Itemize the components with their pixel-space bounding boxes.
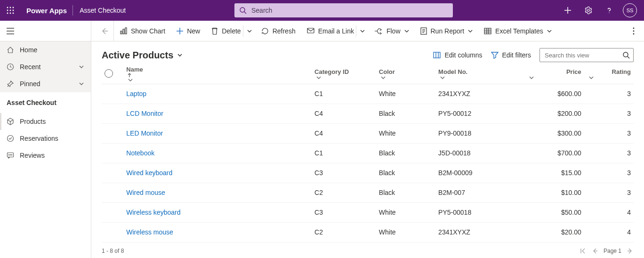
sidebar-item-home[interactable]: Home <box>0 41 91 58</box>
sidebar-item-recent[interactable]: Recent <box>0 58 91 75</box>
chart-icon <box>120 27 127 35</box>
record-link[interactable]: Laptop <box>126 90 146 97</box>
record-link[interactable]: Notebook <box>126 149 154 157</box>
col-header-category[interactable]: Category ID <box>312 65 376 84</box>
help-button[interactable] <box>600 0 619 21</box>
record-link[interactable]: Wired keyboard <box>126 169 172 177</box>
cmd-email-dropdown[interactable] <box>356 25 369 37</box>
table-row[interactable]: NotebookC1BlackJ5D-00018$700.003 <box>102 143 634 163</box>
row-select-cell[interactable] <box>102 104 123 123</box>
sidebar-item-products[interactable]: Products <box>0 113 91 130</box>
cell-model: PY5-00018 <box>435 202 524 222</box>
select-all-header[interactable] <box>102 65 123 84</box>
cmd-email-link[interactable]: Email a Link <box>301 21 356 41</box>
cell-price: $300.00 <box>524 123 584 143</box>
row-select-cell[interactable] <box>102 84 123 104</box>
svg-point-2 <box>13 7 14 8</box>
row-select-cell[interactable] <box>102 123 123 143</box>
cmd-excel-templates[interactable]: Excel Templates <box>478 21 557 41</box>
brand-label: Power Apps <box>21 7 72 15</box>
record-link[interactable]: Wired mouse <box>126 189 165 196</box>
cell-name: Notebook <box>123 143 312 163</box>
table-row[interactable]: Wired keyboardC3BlackB2M-00009$15.003 <box>102 163 634 183</box>
record-link[interactable]: Wireless mouse <box>126 228 173 236</box>
global-search-input[interactable] <box>250 6 448 15</box>
cmd-flow[interactable]: Flow <box>369 21 415 41</box>
cmd-delete[interactable]: Delete <box>206 21 242 41</box>
cell-model: 2341XYXZ <box>435 222 524 242</box>
cell-color: White <box>376 84 435 104</box>
row-select-cell[interactable] <box>102 202 123 222</box>
edit-columns-button[interactable]: Edit columns <box>433 51 482 59</box>
settings-button[interactable] <box>579 0 598 21</box>
edit-columns-label: Edit columns <box>444 51 482 59</box>
app-launcher-button[interactable] <box>0 0 21 21</box>
excel-icon <box>484 27 491 35</box>
add-button[interactable] <box>558 0 577 21</box>
page-label: Page 1 <box>604 248 621 254</box>
col-header-color[interactable]: Color <box>376 65 435 84</box>
sidebar-item-reviews[interactable]: Reviews <box>0 147 91 164</box>
global-search[interactable] <box>234 3 453 17</box>
home-icon <box>7 46 14 54</box>
row-select-cell[interactable] <box>102 143 123 163</box>
table-row[interactable]: Wired mouseC2BlackB2M-007$10.003 <box>102 183 634 202</box>
table-row[interactable]: LaptopC1White2341XYXZ$600.003 <box>102 84 634 104</box>
sidebar-item-pinned[interactable]: Pinned <box>0 75 91 92</box>
global-header: Power Apps Asset Checkout <box>0 0 644 21</box>
table-row[interactable]: Wireless mouseC2White2341XYXZ$20.004 <box>102 222 634 242</box>
col-header-model[interactable]: Model No. <box>435 65 524 84</box>
arrow-left-icon <box>101 27 108 35</box>
view-search[interactable] <box>539 48 634 62</box>
more-vertical-icon <box>633 27 635 35</box>
gear-icon <box>584 6 593 15</box>
record-link[interactable]: Wireless keyboard <box>126 209 180 216</box>
cmd-refresh[interactable]: Refresh <box>256 21 301 41</box>
cmd-overflow-button[interactable] <box>627 27 640 35</box>
cmd-delete-dropdown[interactable] <box>243 25 256 37</box>
chevron-down-icon <box>547 29 552 33</box>
row-select-cell[interactable] <box>102 183 123 202</box>
view-selector[interactable]: Active Products <box>102 50 183 61</box>
pager-prev[interactable] <box>591 247 599 255</box>
cell-category: C4 <box>312 123 376 143</box>
svg-point-3 <box>7 10 8 11</box>
col-header-rating[interactable]: Rating <box>584 65 634 84</box>
record-link[interactable]: LCD Monitor <box>126 110 163 117</box>
pager-next[interactable] <box>626 247 634 255</box>
cmd-run-report[interactable]: Run Report <box>415 21 479 41</box>
row-select-cell[interactable] <box>102 163 123 183</box>
view-search-input[interactable] <box>539 48 634 62</box>
pager-first[interactable] <box>579 247 587 255</box>
cell-name: LED Monitor <box>123 123 312 143</box>
cell-category: C2 <box>312 222 376 242</box>
table-row[interactable]: LCD MonitorC4BlackPY5-00012$200.003 <box>102 104 634 123</box>
edit-filters-label: Edit filters <box>502 51 531 59</box>
search-icon <box>622 51 630 59</box>
back-button[interactable] <box>95 21 114 41</box>
col-header-name[interactable]: Name <box>123 65 312 84</box>
record-link[interactable]: LED Monitor <box>126 129 163 137</box>
cell-name: Wireless mouse <box>123 222 312 242</box>
grid-footer: 1 - 8 of 8 Page 1 <box>91 244 644 258</box>
row-select-cell[interactable] <box>102 222 123 242</box>
chevron-down-icon <box>589 75 594 80</box>
edit-filters-button[interactable]: Edit filters <box>491 51 531 59</box>
sidebar-item-reservations[interactable]: Reservations <box>0 130 91 147</box>
cube-icon <box>7 118 14 125</box>
account-button[interactable]: SS <box>620 0 639 21</box>
svg-line-19 <box>8 85 9 87</box>
svg-point-5 <box>13 10 14 11</box>
svg-point-4 <box>10 10 11 11</box>
table-row[interactable]: Wireless keyboardC3WhitePY5-00018$50.004 <box>102 202 634 222</box>
col-header-price[interactable]: Price <box>524 65 584 84</box>
chevron-down-icon <box>404 29 409 33</box>
sidebar-toggle[interactable] <box>0 21 91 41</box>
arrow-left-icon <box>592 248 598 254</box>
cmd-new[interactable]: New <box>171 21 206 41</box>
cmd-show-chart[interactable]: Show Chart <box>114 21 171 41</box>
table-row[interactable]: LED MonitorC4WhitePY9-00018$300.003 <box>102 123 634 143</box>
view-title: Active Products <box>102 50 173 61</box>
svg-point-6 <box>7 13 8 14</box>
cell-category: C3 <box>312 163 376 183</box>
